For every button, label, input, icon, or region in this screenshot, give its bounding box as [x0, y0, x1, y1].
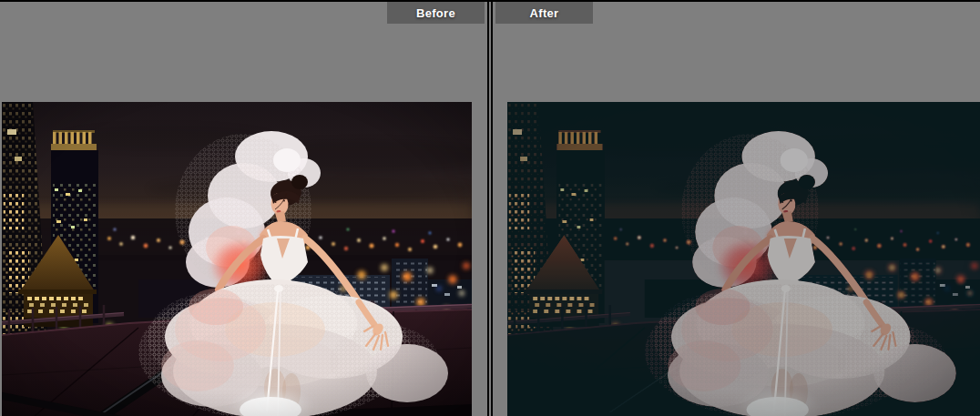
before-label: Before [387, 2, 485, 24]
before-photo-scene [2, 102, 472, 416]
before-photo[interactable] [2, 102, 472, 416]
after-photo[interactable] [507, 102, 980, 416]
before-pane: Before [0, 0, 489, 416]
top-border [0, 0, 980, 2]
after-pane: After [491, 0, 980, 416]
after-label: After [495, 2, 593, 24]
after-photo-scene [507, 102, 980, 416]
